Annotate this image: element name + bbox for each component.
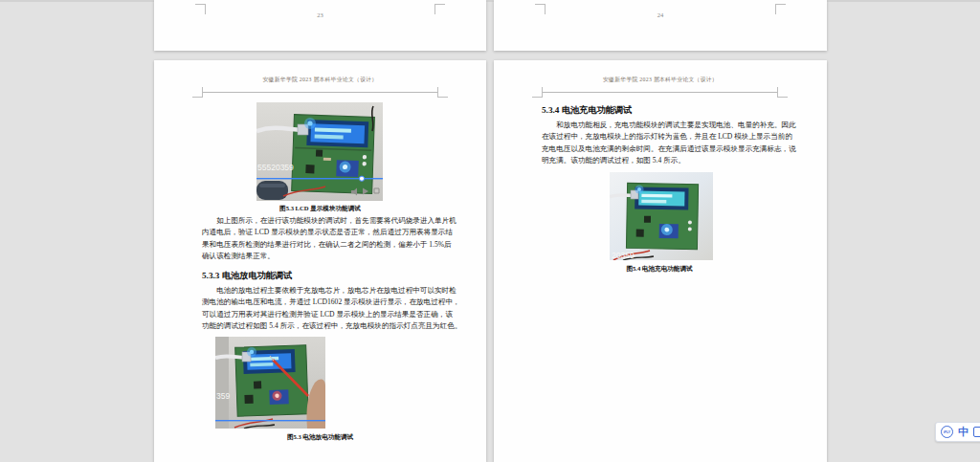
- figure-caption: 图5.3 电池放电功能调试: [202, 433, 438, 442]
- window-top-edge: [0, 0, 980, 2]
- text-boundary-mark: [777, 87, 788, 98]
- figure-caption: 图5.4 电池充电功能调试: [542, 265, 777, 274]
- text-line: 内通电后，验证 LCD 显示模块的显示状态是否正常，然后通过万用表将显示结: [202, 227, 438, 238]
- text-line: 电池的放电过程主要依赖于充放电芯片，放电芯片在放电过程中可以实时检: [202, 285, 438, 297]
- text-line: 明充满。该功能的调试过程，如图 5.4 所示。: [542, 155, 777, 166]
- text-line: 功能的调试过程如图 5.4 所示，在该过程中，充放电模块的指示灯点亮且为红色。: [202, 320, 438, 332]
- ime-toolbar[interactable]: iFLY 中: [935, 422, 980, 442]
- page-23-bottom: 23: [154, 0, 486, 51]
- text-boundary-mark: [192, 87, 203, 98]
- text-line: 充电电压以及电池充满的剩余时间。在充满后通过该显示模块显示充满标志，说: [542, 143, 777, 155]
- section-heading-5-3-4: 5.3.4 电池充电功能调试: [542, 104, 632, 117]
- header-rule: [202, 92, 438, 93]
- paragraph-charge-debug: 和放电功能相反，充电功能模块的调试主要是实现电池、电量的补充。因此在该过程中，充…: [542, 120, 777, 167]
- text-line: 测电池的输出电压和电流，并通过 LCD1602 显示模块进行显示，在放电过程中，: [202, 297, 438, 308]
- running-header: 安徽新华学院 2023 届本科毕业论文（设计）: [494, 76, 827, 84]
- header-rule: [542, 92, 777, 93]
- ime-logo-icon[interactable]: iFLY: [941, 426, 953, 438]
- text-line: 确认该检测结果正常。: [202, 251, 438, 262]
- text-line: 和放电功能相反，充电功能模块的调试主要是实现电池、电量的补充。因此: [542, 120, 777, 131]
- page-number: 24: [494, 11, 827, 18]
- figure-caption: 图5.3 LCD 显示模块功能调试: [202, 205, 438, 213]
- video-watermark: 20359: [612, 251, 635, 260]
- text-boundary-mark: [437, 87, 448, 98]
- figure-discharge-photo[interactable]: 359: [215, 337, 325, 429]
- running-header: 安徽新华学院 2023 届本科毕业论文（设计）: [154, 76, 486, 84]
- ime-language-mode-toggle[interactable]: 中: [958, 427, 969, 437]
- text-line: 如上图所示，在进行该功能模块的调试时，首先需要将代码烧录进入单片机: [202, 215, 438, 227]
- page-24-bottom: 24: [494, 0, 827, 51]
- text-line: 在该过程中，充放电模块上的指示灯转为蓝色，并且在 LCD 模块上显示当前的: [542, 131, 777, 143]
- text-line: 可以通过万用表对其进行检测并验证 LCD 显示模块上的显示结果是否正确，该: [202, 309, 438, 320]
- paragraph-discharge-debug: 电池的放电过程主要依赖于充放电芯片，放电芯片在放电过程中可以实时检测电池的输出电…: [202, 285, 438, 333]
- page-25: 安徽新华学院 2023 届本科毕业论文（设计）: [154, 60, 486, 462]
- figure-charge-photo[interactable]: 20359: [610, 172, 713, 260]
- text-boundary-mark: [532, 87, 543, 98]
- text-line: 果和电压表所检测的结果进行对比，在确认二者之间的检测，偏差小于 1.5%后: [202, 239, 438, 251]
- video-watermark: 55520359: [257, 163, 294, 172]
- video-progress-knob: [359, 176, 364, 181]
- paragraph-lcd-debug: 如上图所示，在进行该功能模块的调试时，首先需要将代码烧录进入单片机内通电后，验证…: [202, 215, 438, 263]
- ime-keyboard-icon[interactable]: [973, 427, 980, 437]
- video-progress-bar: [215, 420, 325, 421]
- video-watermark: 359: [216, 391, 230, 401]
- section-heading-5-3-3: 5.3.3 电池放电功能调试: [202, 270, 292, 282]
- page-number: 23: [154, 11, 486, 18]
- figure-lcd-module-photo[interactable]: 55520359: [256, 102, 383, 201]
- page-26: 安徽新华学院 2023 届本科毕业论文（设计） 5.3.4 电池充电功能调试 和…: [494, 60, 827, 462]
